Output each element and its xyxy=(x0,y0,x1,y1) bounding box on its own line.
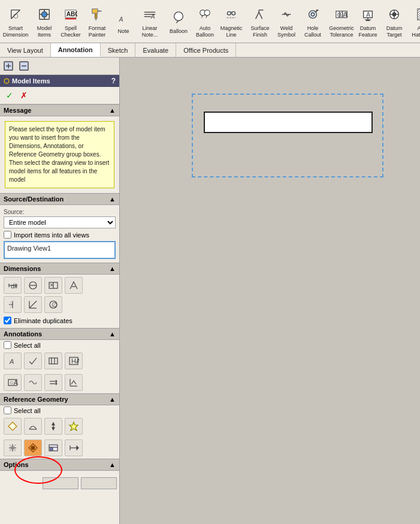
model-items-button[interactable]: Model Items xyxy=(31,1,58,41)
area-hatch-button[interactable]: Area Hatch/Fill xyxy=(410,1,420,41)
reference-geometry-header[interactable]: Reference Geometry ▲ xyxy=(0,393,119,405)
options-label: Options xyxy=(4,461,29,468)
ref-btn-7[interactable] xyxy=(44,439,62,456)
dim-btn-7[interactable]: ∅ xyxy=(44,296,62,313)
import-label[interactable]: Import items into all views xyxy=(14,231,89,239)
svg-text:A: A xyxy=(119,16,123,23)
import-checkbox[interactable] xyxy=(4,231,11,239)
message-section-content: Please select the type of model item you… xyxy=(0,116,119,193)
canvas-inner[interactable] xyxy=(120,58,420,524)
options-header[interactable]: Options ▲ xyxy=(0,459,119,471)
ref-btn-2[interactable] xyxy=(24,418,42,435)
tab-annotation[interactable]: Annotation xyxy=(51,43,101,57)
magnetic-line-button[interactable]: Magnetic Line xyxy=(218,1,244,41)
datum-feature-button[interactable]: A Datum Feature xyxy=(355,1,381,41)
ann-btn-5[interactable]: ○A xyxy=(4,374,22,391)
source-select[interactable]: Entire model Selected feature Only selec… xyxy=(4,216,116,228)
ann-btn-8[interactable] xyxy=(65,374,83,391)
spell-checker-button[interactable]: ABC Spell Checker xyxy=(58,1,84,41)
options-btn-2[interactable] xyxy=(81,477,117,489)
svg-text:⬡: ⬡ xyxy=(13,12,19,19)
linear-note-icon: A xyxy=(140,5,159,24)
magnetic-line-label: Magnetic Line xyxy=(220,25,243,38)
svg-point-109 xyxy=(31,446,35,450)
ann-btn-4[interactable]: HA xyxy=(65,353,83,369)
auto-balloon-label: Auto Balloon xyxy=(195,25,214,38)
drawing-view-item[interactable]: Drawing View1 xyxy=(7,245,112,252)
note-button[interactable]: A Note xyxy=(110,1,137,41)
eliminate-label[interactable]: Eliminate duplicates xyxy=(14,317,72,324)
surface-finish-label: Surface Finish xyxy=(250,25,270,38)
tab-sketch[interactable]: Sketch xyxy=(101,43,136,57)
tab-view-layout[interactable]: View Layout xyxy=(0,43,51,57)
drawing-view[interactable] xyxy=(192,94,383,177)
geometric-tolerance-label: Geometric Tolerance xyxy=(329,25,354,38)
reference-geometry-collapse-icon: ▲ xyxy=(109,396,116,403)
svg-text:A: A xyxy=(343,11,348,17)
smart-dimension-button[interactable]: ⬡ Smart Dimension xyxy=(2,1,29,41)
dimensions-content: dim × xyxy=(0,275,119,328)
format-painter-button[interactable]: Format Painter xyxy=(84,1,110,41)
ref-btn-6[interactable] xyxy=(24,439,42,456)
options-btn-1[interactable] xyxy=(43,477,78,489)
ref-btn-3[interactable] xyxy=(44,418,62,435)
svg-text:∅: ∅ xyxy=(52,301,58,308)
dim-btn-4[interactable] xyxy=(65,277,83,294)
ann-btn-6[interactable] xyxy=(24,374,42,391)
svg-text:A: A xyxy=(9,358,14,365)
balloon-label: Balloon xyxy=(170,28,188,35)
dim-btn-2[interactable] xyxy=(24,277,42,294)
panel-btn-1[interactable] xyxy=(1,59,16,73)
svg-marker-103 xyxy=(52,427,55,430)
ref-select-all-checkbox[interactable] xyxy=(4,406,11,414)
reference-geometry-label: Reference Geometry xyxy=(4,396,68,403)
ref-geometry-icon-grid-2 xyxy=(0,437,119,459)
message-section-header[interactable]: Message ▲ xyxy=(0,104,119,116)
dim-btn-5[interactable] xyxy=(4,296,22,313)
geometric-tolerance-button[interactable]: ⊙ 0.1 A Geometric Tolerance xyxy=(328,1,355,41)
hole-callout-button[interactable]: Hole Callout xyxy=(300,1,326,41)
geometric-tolerance-icon: ⊙ 0.1 A xyxy=(332,5,351,24)
cancel-button[interactable]: ✗ xyxy=(18,89,30,101)
svg-text:ABC: ABC xyxy=(67,10,77,17)
ref-btn-4[interactable] xyxy=(65,418,83,435)
options-content xyxy=(0,471,119,495)
accept-button[interactable]: ✓ xyxy=(4,89,16,101)
annotations-header[interactable]: Annotations ▲ xyxy=(0,328,119,340)
auto-balloon-button[interactable]: Auto Balloon xyxy=(192,1,218,41)
annotations-select-all-label[interactable]: Select all xyxy=(14,342,41,349)
ann-btn-1[interactable]: A xyxy=(4,353,22,369)
linear-note-button[interactable]: A Linear Note... xyxy=(137,1,163,41)
dimensions-header[interactable]: Dimensions ▲ xyxy=(0,263,119,275)
ann-btn-2[interactable] xyxy=(24,353,42,369)
message-text: Please select the type of model item you… xyxy=(5,121,114,188)
ref-btn-1[interactable] xyxy=(4,418,22,435)
dim-btn-3[interactable]: × xyxy=(44,277,62,294)
weld-symbol-button[interactable]: Weld Symbol xyxy=(273,1,300,41)
auto-balloon-icon xyxy=(195,5,214,24)
dim-btn-6[interactable] xyxy=(24,296,42,313)
ann-btn-3[interactable] xyxy=(44,353,62,369)
weld-symbol-label: Weld Symbol xyxy=(277,25,296,38)
ann-btn-7[interactable] xyxy=(44,374,62,391)
eliminate-checkbox[interactable] xyxy=(4,317,11,324)
datum-target-button[interactable]: Datum Target xyxy=(381,1,407,41)
annotations-select-all-checkbox[interactable] xyxy=(4,341,11,349)
balloon-button[interactable]: Balloon xyxy=(165,1,192,41)
source-destination-header[interactable]: Source/Destination ▲ xyxy=(0,193,119,205)
ref-btn-5[interactable] xyxy=(4,439,22,456)
dim-btn-1[interactable]: dim xyxy=(4,277,22,294)
surface-finish-button[interactable]: Surface Finish xyxy=(247,1,273,41)
spell-checker-label: Spell Checker xyxy=(61,25,81,38)
panel-help-btn[interactable]: ? xyxy=(111,77,116,85)
svg-point-23 xyxy=(228,11,231,15)
panel-btn-2[interactable] xyxy=(17,59,31,73)
svg-line-18 xyxy=(176,21,179,23)
annotations-icon-grid-1: A H xyxy=(0,350,119,372)
tab-evaluate[interactable]: Evaluate xyxy=(135,43,176,57)
svg-text:HA: HA xyxy=(71,357,79,365)
svg-point-20 xyxy=(204,10,210,15)
ref-btn-8[interactable] xyxy=(65,439,83,456)
tab-office-products[interactable]: Office Products xyxy=(176,43,236,57)
ref-select-all-label[interactable]: Select all xyxy=(14,407,41,414)
